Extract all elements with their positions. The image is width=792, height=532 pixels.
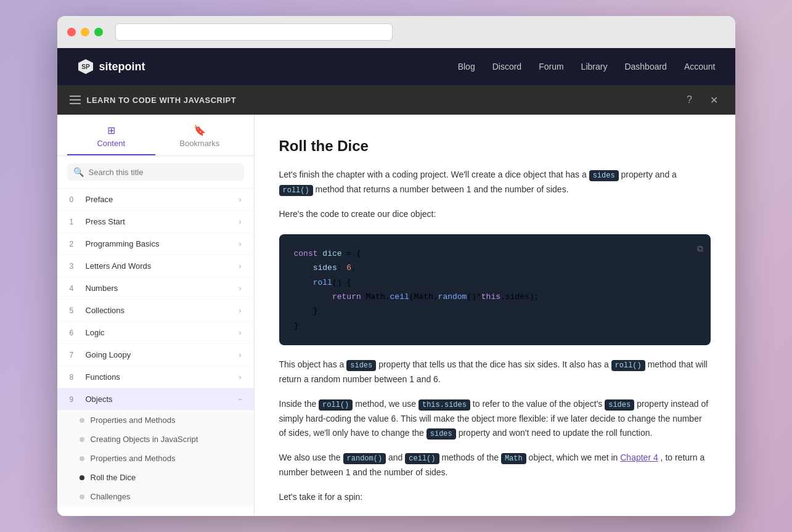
logo-text: sitepoint — [99, 60, 145, 73]
search-box: 🔍 — [57, 156, 254, 189]
traffic-lights — [67, 28, 103, 36]
book-header: LEARN TO CODE WITH JAVASCRIPT ? ✕ — [57, 85, 735, 115]
chevron-icon: › — [239, 262, 242, 271]
code-block-1: ⧉ const dice = { sides: 6, roll() { retu… — [279, 234, 711, 345]
browser-window: SP sitepoint Blog Discord Forum Library … — [57, 16, 735, 516]
toc-item-preface[interactable]: 0 Preface › — [57, 189, 254, 211]
close-button[interactable] — [67, 28, 76, 36]
bookmark-icon: 🔖 — [194, 125, 206, 136]
chevron-icon: › — [239, 306, 242, 315]
toc-item-logic[interactable]: 6 Logic › — [57, 322, 254, 344]
content-area: Roll the Dice Let's finish the chapter w… — [255, 115, 735, 516]
minimize-button[interactable] — [81, 28, 89, 36]
sub-items-objects: Properties and Methods Creating Objects … — [57, 411, 254, 506]
toc-item-going-loopy[interactable]: 7 Going Loopy › — [57, 344, 254, 366]
nav-blog[interactable]: Blog — [458, 62, 475, 72]
toc-item-letters-words[interactable]: 3 Letters And Words › — [57, 255, 254, 277]
sidebar: ⊞ Content 🔖 Bookmarks 🔍 0 Pr — [57, 115, 255, 516]
paragraph-3: This object has a sides property that te… — [279, 358, 711, 387]
toc-item-press-start[interactable]: 1 Press Start › — [57, 211, 254, 233]
sub-dot-icon — [80, 418, 84, 423]
inline-code-random: random() — [343, 453, 386, 464]
maximize-button[interactable] — [94, 28, 103, 36]
toc-item-objects[interactable]: 9 Objects › — [57, 388, 254, 411]
inline-code-sides-3: sides — [605, 399, 634, 411]
copy-icon[interactable]: ⧉ — [697, 242, 703, 257]
nav-links: Blog Discord Forum Library Dashboard Acc… — [458, 62, 716, 72]
sub-dot-icon — [80, 437, 84, 442]
nav-forum[interactable]: Forum — [539, 62, 563, 72]
inline-code-roll-2: roll() — [611, 360, 645, 371]
sub-dot-filled-icon — [80, 475, 84, 480]
chevron-down-icon: › — [236, 398, 245, 401]
sub-dot-icon — [80, 494, 84, 499]
chevron-icon: › — [239, 351, 242, 359]
help-icon[interactable]: ? — [681, 91, 698, 108]
paragraph-5: We also use the random() and ceil() meth… — [279, 451, 711, 480]
sub-dot-icon — [80, 456, 84, 461]
nav-dashboard[interactable]: Dashboard — [624, 62, 667, 72]
inline-code-thisides: this.sides — [418, 399, 470, 411]
paragraph-4: Inside the roll() method, we use this.si… — [279, 397, 711, 441]
close-icon[interactable]: ✕ — [706, 91, 723, 108]
toc-item-programming-basics[interactable]: 2 Programming Basics › — [57, 233, 254, 255]
inline-code-roll-1: roll() — [279, 185, 313, 196]
url-bar[interactable] — [115, 23, 393, 41]
toc-list: 0 Preface › 1 Press Start › 2 Programmin — [57, 189, 254, 516]
nav-account[interactable]: Account — [684, 62, 716, 72]
chevron-icon: › — [239, 240, 242, 248]
sub-item-creating-objects[interactable]: Creating Objects in JavaScript — [57, 430, 254, 449]
chapter-4-link[interactable]: Chapter 4 — [620, 452, 658, 462]
book-header-icons: ? ✕ — [681, 91, 723, 108]
content-icon: ⊞ — [107, 125, 115, 136]
inline-code-sides-1: sides — [589, 170, 619, 181]
hamburger-menu[interactable] — [70, 96, 81, 104]
sub-item-challenges[interactable]: Challenges — [57, 487, 254, 506]
titlebar — [57, 16, 735, 48]
tab-bookmarks-label: Bookmarks — [179, 139, 219, 148]
tab-content[interactable]: ⊞ Content — [67, 120, 156, 155]
tab-content-label: Content — [97, 139, 125, 148]
search-input[interactable] — [89, 168, 238, 177]
sub-item-properties-methods-2[interactable]: Properties and Methods — [57, 449, 254, 468]
logo[interactable]: SP sitepoint — [77, 58, 145, 75]
nav-library[interactable]: Library — [581, 62, 608, 72]
inline-code-sides-2: sides — [346, 360, 376, 371]
tab-bookmarks[interactable]: 🔖 Bookmarks — [155, 120, 244, 155]
search-input-wrap: 🔍 — [67, 163, 244, 181]
sub-item-properties-methods-1[interactable]: Properties and Methods — [57, 411, 254, 430]
toc-item-functions[interactable]: 8 Functions › — [57, 366, 254, 388]
toc-item-collections[interactable]: 5 Collections › — [57, 300, 254, 322]
sub-item-roll-dice[interactable]: Roll the Dice — [57, 468, 254, 487]
toc-item-numbers[interactable]: 4 Numbers › — [57, 277, 254, 300]
paragraph-2: Here's the code to create our dice objec… — [279, 207, 711, 222]
chevron-icon: › — [239, 373, 242, 382]
search-icon: 🔍 — [73, 167, 84, 177]
inline-code-math: Math — [501, 453, 526, 464]
navbar: SP sitepoint Blog Discord Forum Library … — [57, 48, 735, 85]
chevron-icon: › — [239, 329, 242, 337]
paragraph-1: Let's finish the chapter with a coding p… — [279, 168, 711, 197]
main-content: ⊞ Content 🔖 Bookmarks 🔍 0 Pr — [57, 115, 735, 516]
chevron-icon: › — [239, 218, 242, 226]
book-title-area: LEARN TO CODE WITH JAVASCRIPT — [70, 96, 237, 105]
inline-code-sides-4: sides — [427, 428, 456, 440]
sidebar-tabs: ⊞ Content 🔖 Bookmarks — [57, 115, 254, 156]
chevron-icon: › — [239, 284, 242, 293]
inline-code-ceil: ceil() — [405, 453, 439, 464]
page-title: Roll the Dice — [279, 134, 711, 158]
inline-code-roll-3: roll() — [319, 399, 353, 411]
book-title: LEARN TO CODE WITH JAVASCRIPT — [87, 96, 237, 105]
paragraph-6: Let's take it for a spin: — [279, 490, 711, 505]
nav-discord[interactable]: Discord — [492, 62, 521, 72]
svg-text:SP: SP — [81, 63, 90, 70]
chevron-icon: › — [239, 195, 242, 204]
